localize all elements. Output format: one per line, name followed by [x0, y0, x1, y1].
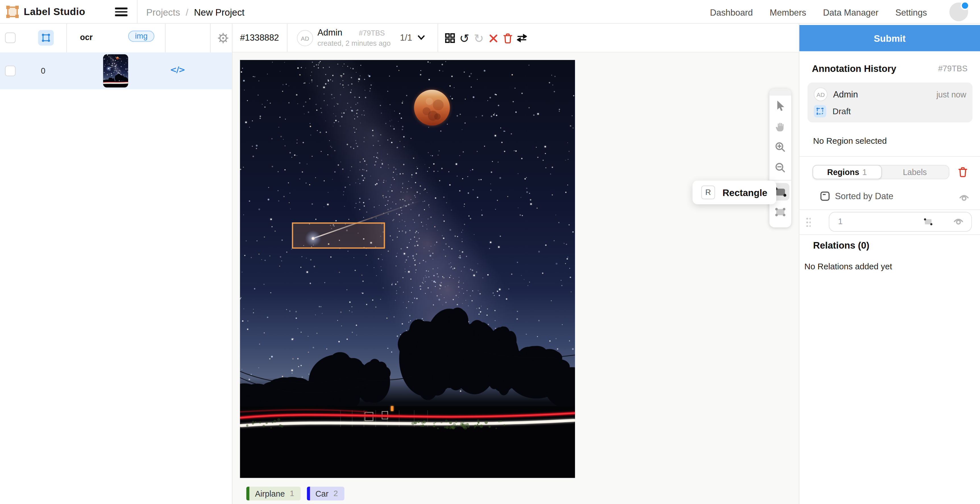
top-nav: Dashboard Members Data Manager Settings	[710, 7, 927, 17]
nav-dashboard[interactable]: Dashboard	[710, 7, 753, 17]
eye-icon	[958, 192, 969, 202]
nav-settings[interactable]: Settings	[895, 7, 927, 17]
annotation-workspace: Airplane 1 Car 2	[232, 52, 799, 504]
region-drag-handle[interactable]	[805, 217, 811, 227]
annotator-info: Admin #79TBS created, 2 minutes ago	[318, 27, 391, 47]
annotation-pager[interactable]: 1/1	[399, 31, 426, 44]
tool-tooltip: R Rectangle	[692, 181, 776, 205]
reject-button[interactable]	[488, 31, 498, 46]
pager-value: 1/1	[400, 32, 412, 42]
sidebar-toolbar: ocr img	[0, 24, 232, 53]
undo-icon: ↺	[459, 32, 469, 44]
header-divider	[137, 0, 138, 24]
history-title: Annotation History	[812, 63, 896, 73]
toolbar-actions: ↺ ↻	[445, 31, 527, 46]
history-avatar: AD	[814, 87, 827, 101]
toggle-all-visibility-button[interactable]	[958, 192, 969, 204]
nav-members[interactable]: Members	[770, 7, 806, 17]
label-chip-airplane[interactable]: Airplane 1	[246, 487, 301, 500]
hotkey-keycap: R	[701, 186, 715, 199]
label-chips: Airplane 1 Car 2	[246, 487, 344, 500]
app-logo-icon	[6, 6, 19, 18]
zoom-in-icon	[775, 142, 786, 152]
nav-data-manager[interactable]: Data Manager	[823, 7, 878, 17]
region-list-item[interactable]: 1	[799, 210, 980, 234]
annotation-ref: #79TBS	[359, 29, 385, 37]
app-title: Label Studio	[24, 6, 85, 17]
panel-divider	[799, 234, 980, 235]
regions-column-icon[interactable]	[38, 30, 54, 46]
breadcrumb: Projects / New Project	[146, 7, 245, 17]
zoom-out-tool[interactable]	[769, 157, 791, 178]
region-visibility-button[interactable]	[953, 216, 964, 227]
select-all-checkbox[interactable]	[5, 32, 16, 43]
history-annotation-ref: #79TBS	[938, 64, 967, 73]
image-canvas[interactable]	[240, 60, 575, 478]
sort-icon	[820, 191, 830, 201]
tab-labels[interactable]: Labels	[881, 165, 949, 179]
cursor-icon	[776, 100, 785, 111]
label-chip-car[interactable]: Car 2	[307, 487, 344, 500]
region-item-box[interactable]: 1	[829, 211, 972, 232]
label-color-bar	[246, 487, 249, 500]
task-toolbar: #1338882 AD Admin #79TBS created, 2 minu…	[232, 24, 799, 52]
label-hotkey: 2	[333, 489, 338, 498]
sort-by-button[interactable]: Sorted by Date	[820, 191, 893, 201]
regions-count: 1	[862, 167, 867, 177]
task-row-checkbox[interactable]	[5, 66, 16, 76]
eye-icon	[953, 216, 963, 226]
close-icon	[488, 33, 498, 43]
palette-drag-handle[interactable]	[769, 89, 791, 95]
hand-icon	[775, 121, 786, 132]
annotator-name: Admin	[318, 27, 342, 38]
menu-button[interactable]	[113, 4, 129, 19]
history-user-name: Admin	[833, 89, 858, 99]
toolbar-divider	[438, 24, 438, 52]
user-avatar[interactable]	[949, 3, 968, 21]
source-code-icon[interactable]: </>	[170, 65, 185, 75]
pan-tool[interactable]	[769, 116, 791, 137]
undo-button[interactable]: ↺	[459, 31, 469, 46]
task-thumbnail	[103, 54, 128, 87]
delete-annotation-button[interactable]	[503, 31, 512, 46]
swap-arrows-button[interactable]	[517, 31, 527, 46]
breadcrumb-projects-link[interactable]: Projects	[146, 7, 180, 17]
label-name: Car	[315, 489, 329, 498]
sidebar-divider	[165, 24, 166, 52]
gear-icon[interactable]	[216, 31, 230, 45]
breadcrumb-separator: /	[186, 7, 188, 17]
tool-palette	[769, 89, 791, 227]
trash-icon	[958, 167, 967, 177]
label-name: Airplane	[255, 489, 285, 498]
sidebar-divider	[210, 24, 211, 52]
relations-empty-text: No Relations added yet	[804, 262, 892, 271]
tab-regions[interactable]: Regions 1	[813, 165, 882, 180]
column-ocr-label: ocr	[80, 32, 92, 42]
cursor-tool[interactable]	[769, 95, 791, 116]
annotation-rect[interactable]	[292, 223, 385, 249]
task-row[interactable]: 0 </>	[0, 52, 232, 89]
task-thumbnail-wrap[interactable]	[103, 54, 128, 87]
hamburger-icon	[115, 8, 127, 10]
redo-button[interactable]: ↻	[474, 31, 484, 46]
zoom-in-tool[interactable]	[769, 137, 791, 158]
grid-view-button[interactable]	[445, 31, 455, 46]
breadcrumb-current: New Project	[194, 7, 245, 17]
task-id: #1338882	[240, 32, 279, 42]
history-time: just now	[937, 90, 966, 99]
zoom-out-icon	[775, 162, 786, 173]
swap-arrows-icon	[517, 34, 527, 43]
region-rect-icon	[923, 217, 934, 229]
history-item[interactable]: AD Admin just now Draft	[808, 83, 973, 122]
redo-icon: ↻	[474, 32, 484, 44]
no-region-text: No Region selected	[813, 136, 887, 145]
img-field-badge: img	[128, 31, 154, 42]
task-row-index: 0	[35, 66, 51, 76]
delete-all-regions-button[interactable]	[956, 165, 969, 180]
history-header: Annotation History #79TBS	[812, 63, 967, 73]
draft-icon	[814, 105, 826, 117]
top-header: Label Studio Projects / New Project Dash…	[0, 0, 980, 24]
submit-button[interactable]: Submit	[799, 25, 980, 51]
label-color-bar	[307, 487, 310, 500]
rectangle-3point-tool[interactable]	[772, 203, 789, 221]
